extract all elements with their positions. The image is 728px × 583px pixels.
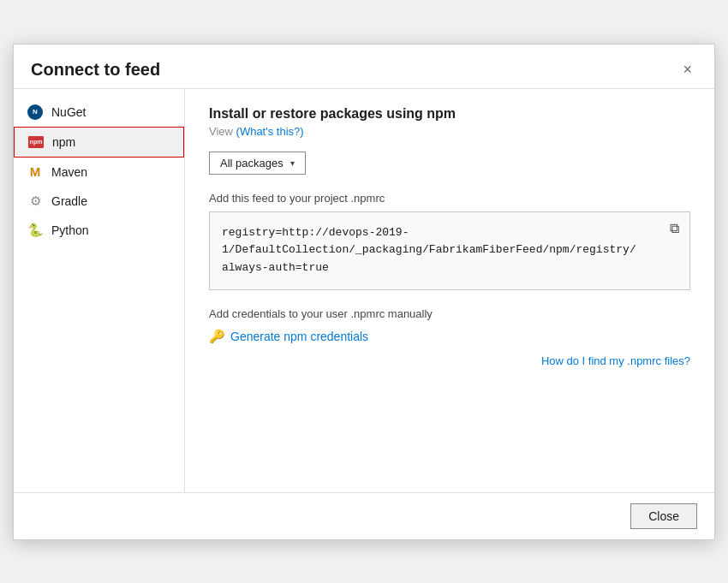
close-icon-button[interactable]: × — [677, 60, 697, 79]
close-button[interactable]: Close — [630, 503, 697, 529]
connect-to-feed-dialog: Connect to feed × N NuGet npm npm M — [13, 44, 715, 540]
help-link[interactable]: How do I find my .npmrc files? — [541, 354, 690, 367]
npm-icon: npm — [28, 134, 44, 150]
sidebar-label-python: Python — [51, 223, 89, 237]
sidebar-label-npm: npm — [52, 135, 75, 149]
sidebar-item-nuget[interactable]: N NuGet — [14, 98, 184, 127]
dropdown-label: All packages — [220, 157, 283, 170]
sidebar-item-python[interactable]: 🐍 Python — [14, 216, 184, 245]
maven-icon: M — [27, 164, 43, 180]
sidebar-label-maven: Maven — [51, 165, 87, 179]
sidebar-item-maven[interactable]: M Maven — [14, 158, 184, 187]
key-icon: 🔑 — [209, 329, 225, 344]
dialog-body: N NuGet npm npm M Maven ⚙ Grad — [14, 88, 714, 492]
section1-label: Add this feed to your project .npmrc — [209, 192, 690, 205]
sidebar-item-npm[interactable]: npm npm — [14, 127, 184, 158]
dialog-footer: Close — [14, 492, 714, 539]
copy-button[interactable]: ⧉ — [666, 219, 683, 238]
dialog-header: Connect to feed × — [14, 45, 714, 88]
sidebar-item-gradle[interactable]: ⚙ Gradle — [14, 187, 184, 216]
nuget-icon: N — [27, 104, 43, 120]
python-icon: 🐍 — [27, 223, 43, 238]
chevron-down-icon: ▾ — [290, 158, 295, 168]
sidebar-label-gradle: Gradle — [51, 194, 87, 208]
copy-icon: ⧉ — [670, 221, 679, 235]
sidebar: N NuGet npm npm M Maven ⚙ Grad — [14, 89, 185, 492]
sidebar-label-nuget: NuGet — [51, 105, 86, 119]
code-text: registry=http://devops-2019-1/DefaultCol… — [222, 226, 636, 275]
main-content: Install or restore packages using npm Vi… — [185, 89, 714, 492]
all-packages-dropdown[interactable]: All packages ▾ — [209, 152, 306, 175]
code-box: registry=http://devops-2019-1/DefaultCol… — [209, 211, 690, 290]
whats-this-link[interactable]: (What's this?) — [236, 125, 304, 138]
main-title: Install or restore packages using npm — [209, 106, 690, 122]
help-link-row: How do I find my .npmrc files? — [209, 354, 690, 367]
gradle-icon: ⚙ — [27, 193, 43, 209]
generate-credentials-link[interactable]: 🔑 Generate npm credentials — [209, 329, 368, 344]
dialog-title: Connect to feed — [31, 60, 160, 80]
credentials-label: Add credentials to your user .npmrc manu… — [209, 307, 690, 320]
view-link-row: View (What's this?) — [209, 125, 690, 138]
generate-link-label: Generate npm credentials — [230, 330, 368, 343]
